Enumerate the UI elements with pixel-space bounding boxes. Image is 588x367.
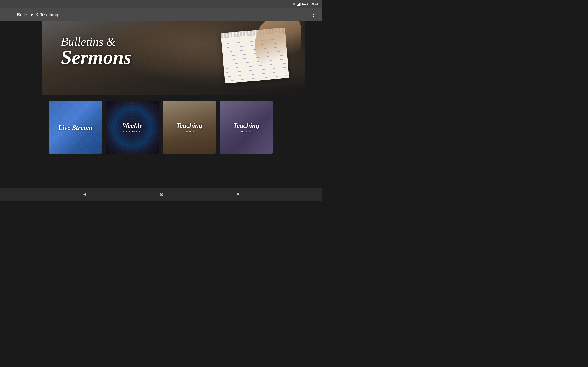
status-icons: 10:26 [292, 2, 318, 6]
battery-icon [303, 3, 307, 5]
svg-rect-2 [298, 4, 299, 6]
wifi-icon [292, 2, 296, 6]
app-bar: ← Bulletins & Teachings ⋮ [0, 8, 321, 21]
card-teaching-archives[interactable]: Teaching (Archives) [220, 101, 273, 154]
card-notes-title: Teaching [176, 122, 202, 129]
card-archives-label: Teaching (Archives) [220, 101, 273, 154]
card-weekly-subtitle: Announcements [123, 130, 142, 133]
card-weekly-label: Weekly Announcements [106, 101, 159, 154]
card-archives-title: Teaching [233, 122, 259, 129]
card-livestream-title: Live Stream [58, 124, 92, 131]
card-notes-subtitle: (Notes) [185, 130, 194, 133]
page-title: Bulletins & Teachings [17, 12, 309, 17]
nav-recents-button[interactable]: ■ [232, 190, 244, 199]
status-time: 10:26 [310, 2, 318, 6]
nav-back-button[interactable]: ◄ [78, 190, 91, 199]
card-archives-subtitle: (Archives) [240, 130, 252, 133]
card-weekly-title: Weekly [122, 122, 142, 129]
svg-rect-4 [300, 3, 301, 6]
card-livestream-label: Live Stream [49, 101, 102, 154]
card-livestream[interactable]: Live Stream [49, 101, 102, 154]
svg-rect-3 [299, 3, 300, 6]
card-weekly[interactable]: Weekly Announcements [106, 101, 159, 154]
card-notes-label: Teaching (Notes) [163, 101, 216, 154]
hero-text-block: Bulletins & Sermons [61, 35, 131, 66]
nav-home-button[interactable]: ◉ [155, 190, 168, 199]
back-button[interactable]: ← [4, 10, 12, 19]
signal-icon [297, 2, 301, 6]
hero-title-line2: Sermons [61, 48, 131, 66]
bottom-nav: ◄ ◉ ■ [0, 188, 321, 201]
overflow-menu-button[interactable]: ⋮ [309, 10, 318, 19]
svg-point-0 [294, 5, 294, 6]
status-bar: 10:26 [0, 0, 321, 8]
cards-grid: Live Stream Weekly Announcements Teachin… [7, 101, 315, 154]
card-teaching-notes[interactable]: Teaching (Notes) [163, 101, 216, 154]
svg-rect-1 [297, 5, 298, 6]
hero-banner: Bulletins & Sermons [43, 21, 305, 94]
